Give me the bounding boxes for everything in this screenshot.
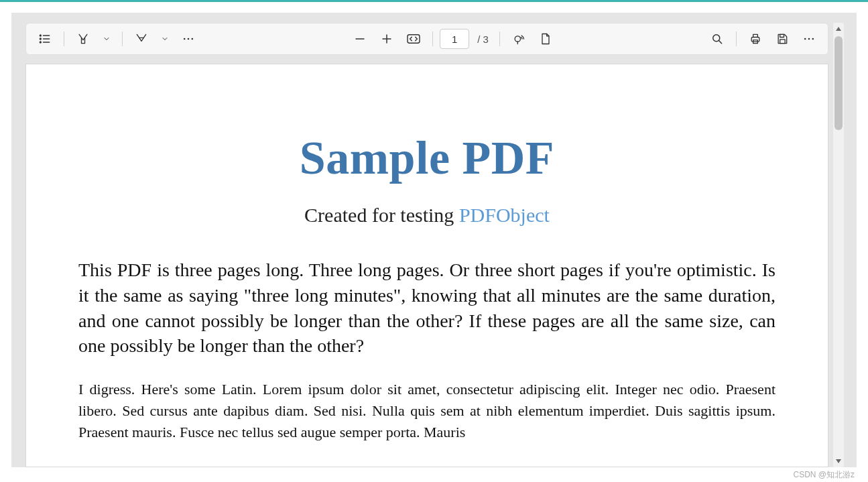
separator — [64, 32, 64, 46]
separator — [432, 32, 433, 46]
scroll-down-button[interactable] — [833, 455, 844, 467]
svg-marker-23 — [836, 27, 841, 31]
svg-point-20 — [804, 38, 806, 40]
document-title: Sample PDF — [78, 131, 776, 185]
svg-rect-16 — [751, 38, 759, 42]
read-aloud-button[interactable] — [507, 27, 531, 51]
outline-button[interactable] — [33, 27, 57, 51]
print-icon — [749, 32, 762, 46]
subtitle-text: Created for testing — [304, 204, 459, 226]
svg-line-15 — [719, 41, 722, 44]
svg-point-7 — [188, 38, 190, 40]
svg-point-0 — [40, 35, 41, 36]
save-button[interactable] — [770, 27, 794, 51]
fit-width-button[interactable] — [401, 27, 426, 51]
ellipsis-icon — [802, 32, 816, 46]
zoom-in-button[interactable] — [375, 27, 399, 51]
chevron-down-icon — [103, 35, 111, 43]
list-icon — [38, 32, 52, 46]
svg-point-2 — [40, 38, 41, 40]
viewer-frame: / 3 Sample PDF Created for testing PDFOb — [11, 13, 857, 467]
highlight-tool-button[interactable] — [129, 27, 153, 51]
more-menu-button[interactable] — [797, 27, 821, 51]
search-icon — [710, 32, 724, 46]
search-button[interactable] — [705, 27, 729, 51]
document-viewport[interactable]: Sample PDF Created for testing PDFObject… — [25, 64, 828, 467]
highlight-tool-dropdown[interactable] — [156, 27, 174, 51]
caret-down-icon — [835, 458, 842, 465]
print-button[interactable] — [743, 27, 767, 51]
watermark: CSDN @知北游z — [793, 469, 855, 481]
pdf-toolbar: / 3 — [25, 23, 828, 55]
svg-point-21 — [808, 38, 810, 40]
marker-icon — [76, 32, 90, 46]
svg-point-4 — [40, 42, 41, 43]
ellipsis-icon — [182, 32, 195, 46]
read-aloud-icon — [512, 32, 525, 46]
save-icon — [776, 32, 789, 46]
separator — [736, 32, 737, 46]
svg-point-6 — [184, 38, 186, 40]
scroll-up-button[interactable] — [833, 23, 844, 35]
svg-rect-19 — [780, 40, 786, 44]
minus-icon — [354, 33, 366, 45]
subtitle-link[interactable]: PDFObject — [459, 204, 550, 226]
svg-point-8 — [192, 38, 194, 40]
page-view-button[interactable] — [534, 27, 558, 51]
paragraph-1: This PDF is three pages long. Three long… — [78, 257, 776, 359]
separator — [499, 32, 500, 46]
scroll-thumb[interactable] — [834, 36, 843, 130]
caret-up-icon — [835, 25, 842, 32]
paragraph-2: I digress. Here's some Latin. Lorem ipsu… — [78, 379, 776, 443]
svg-rect-18 — [780, 34, 784, 37]
page-number-input[interactable] — [440, 29, 469, 49]
separator — [122, 32, 123, 46]
chevron-down-icon — [161, 35, 169, 43]
svg-rect-12 — [408, 35, 420, 44]
draw-tool-dropdown[interactable] — [98, 27, 115, 51]
highlighter-icon — [135, 32, 148, 46]
vertical-scrollbar[interactable] — [833, 23, 844, 467]
draw-tool-button[interactable] — [71, 27, 95, 51]
pdf-page: Sample PDF Created for testing PDFObject… — [25, 64, 828, 467]
zoom-out-button[interactable] — [348, 27, 372, 51]
page-total-label: / 3 — [477, 34, 489, 45]
svg-point-13 — [515, 36, 520, 42]
svg-marker-24 — [836, 459, 841, 463]
svg-point-22 — [812, 38, 814, 40]
plus-icon — [381, 33, 393, 45]
document-subtitle: Created for testing PDFObject — [78, 204, 776, 227]
more-tools-button[interactable] — [176, 27, 200, 51]
fit-width-icon — [406, 33, 421, 45]
page-view-icon — [539, 32, 552, 46]
